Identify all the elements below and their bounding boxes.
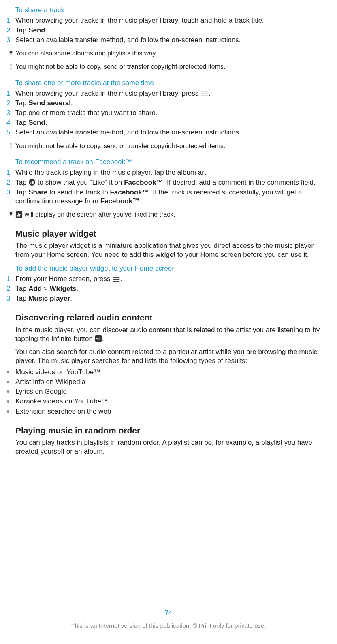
list-item: •Music videos on YouTube™ [6,368,326,377]
section-discover: Discovering related audio content In the… [11,312,326,416]
step-number: 1 [6,16,15,25]
step-text: Tap Send several. [15,99,326,108]
bold: Facebook™ [110,188,149,196]
heading: Music player widget [15,228,326,239]
bold: Send [28,26,45,34]
step-number: 3 [6,294,15,303]
list-item: •Lyrics on Google [6,387,326,396]
page-footer: 74 This is an Internet version of this p… [0,609,337,629]
step-number: 3 [6,188,15,197]
text: Tap [15,179,28,186]
list-item: •Karaoke videos on YouTube™ [6,397,326,406]
bold: Send [28,119,45,126]
svg-point-0 [10,51,13,54]
section-share-track: To share a track 1 When browsing your tr… [11,6,326,71]
text: . [102,335,104,343]
section-recommend-facebook: To recommend a track on Facebook™ 1 Whil… [11,158,326,219]
text: Tap [15,285,28,292]
text: In the music player, you can discover au… [15,326,320,343]
ordered-list: 1 While the track is playing in the musi… [11,168,326,205]
step-number: 2 [6,26,15,35]
list-item: 3 Tap one or more tracks that you want t… [11,109,326,117]
text: . [45,26,47,34]
step-number: 5 [6,128,15,137]
paragraph: You can also search for audio content re… [15,348,326,365]
bold: Add [28,285,42,292]
step-number: 4 [6,118,15,127]
text: Tap [15,99,28,107]
tip-text: You can also share albums and playlists … [15,49,326,58]
list-item: 3 Tap Music player. [11,294,326,303]
list-item: •Extension searches on the web [6,407,326,416]
bold: Share [28,188,47,196]
step-text: When browsing your tracks in the music p… [15,16,326,25]
text: Tap [15,188,28,196]
exclamation-icon: ! [6,63,15,70]
tip-note: You can also share albums and playlists … [6,49,326,58]
svg-rect-9 [201,96,208,96]
step-text: Tap Send. [15,26,326,35]
svg-line-16 [9,211,9,212]
text: Tap [15,294,28,302]
text: . [209,90,211,97]
svg-point-11 [10,212,13,215]
ordered-list: 1 When browsing your tracks in the music… [11,89,326,137]
paragraph: The music player widget is a miniature a… [15,241,326,259]
thumbs-up-icon [15,211,23,218]
step-text: When browsing your tracks in the music p… [15,89,326,98]
step-number: 2 [6,284,15,293]
svg-line-17 [12,211,13,212]
svg-line-6 [12,51,13,51]
text: . [139,197,141,205]
text: . [71,99,73,107]
step-number: 2 [6,99,15,108]
paragraph: You can play tracks in playlists in rand… [15,438,326,456]
bold: Send several [28,99,71,107]
svg-rect-21 [113,281,120,282]
svg-rect-12 [11,215,12,216]
ordered-list: 1 From your Home screen, press . 2 Tap A… [11,275,326,303]
step-text: Select an available transfer method, and… [15,36,326,45]
step-number: 1 [6,168,15,177]
step-text: Tap Music player. [15,294,326,303]
bullet-list: •Music videos on YouTube™ •Artist info o… [6,368,326,416]
section-random: Playing music in random order You can pl… [11,425,326,456]
lightbulb-icon [6,49,15,56]
warning-text: You might not be able to copy, send or t… [15,63,326,71]
bullet-text: Extension searches on the web [15,407,326,416]
bullet-text: Karaoke videos on YouTube™ [15,397,326,406]
list-item: 2 Tap to show that you "Like" it on Face… [11,178,326,187]
step-text: Tap Send. [15,118,326,127]
list-item: 1 When browsing your tracks in the music… [11,16,326,25]
list-item: 1 From your Home screen, press . [11,275,326,284]
list-item: 2 Tap Add > Widgets. [11,284,326,293]
text: Tap [15,26,28,34]
section-share-multi: To share one or more tracks at the same … [11,79,326,150]
bold: Facebook™ [100,197,139,205]
text: When browsing your tracks in the music p… [15,90,200,97]
section-title: To recommend a track on Facebook™ [15,158,326,166]
text: . [45,119,47,126]
bullet-icon: • [6,368,15,377]
warning-note: ! You might not be able to copy, send or… [6,142,326,151]
step-number: 3 [6,109,15,117]
svg-rect-1 [11,53,12,55]
list-item: 5 Select an available transfer method, a… [11,128,326,137]
list-item: 1 When browsing your tracks in the music… [11,89,326,98]
step-text: Tap to show that you "Like" it on Facebo… [15,178,326,187]
step-text: Tap Share to send the track to Facebook™… [15,188,326,206]
text: . [120,275,122,283]
text: to show that you "Like" it on [36,179,124,186]
svg-rect-7 [201,92,208,92]
list-item: 3 Select an available transfer method, a… [11,36,326,45]
step-text: Tap Add > Widgets. [15,284,326,293]
text: From your Home screen, press [15,275,112,283]
bold: Facebook™ [124,179,163,186]
bullet-text: Music videos on YouTube™ [15,368,326,377]
step-number: 3 [6,36,15,45]
tip-text: will display on the screen after you've … [15,211,326,219]
bullet-icon: • [6,387,15,396]
list-item: 1 While the track is playing in the musi… [11,168,326,177]
text: to send the track to [47,188,110,196]
list-item: 3 Tap Share to send the track to Faceboo… [11,188,326,206]
